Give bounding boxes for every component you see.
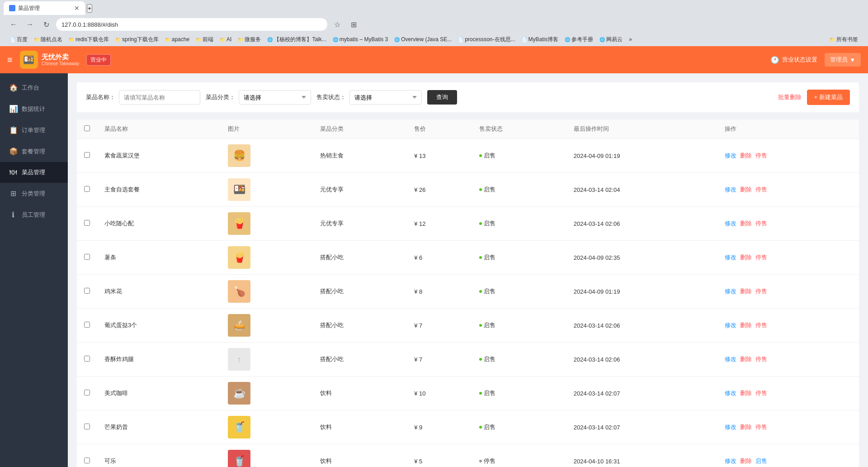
sidebar-item-staff[interactable]: ℹ 员工管理 [0, 204, 68, 225]
forward-button[interactable]: → [24, 18, 36, 31]
action-修改-button[interactable]: 修改 [725, 186, 736, 194]
action-links: 修改删除停售 [725, 219, 852, 228]
row-checkbox[interactable] [84, 220, 90, 226]
new-tab-button[interactable]: + [87, 4, 92, 13]
action-修改-button[interactable]: 修改 [725, 152, 736, 160]
sidebar-item-categories[interactable]: ⊞ 分类管理 [0, 183, 68, 204]
action-修改-button[interactable]: 修改 [725, 219, 736, 228]
row-checkbox[interactable] [84, 356, 90, 362]
bookmark-baidu[interactable]: 📄 百度 [7, 35, 30, 44]
bookmark-apache[interactable]: 📁 apache [162, 35, 192, 43]
action-停售-button[interactable]: 停售 [755, 253, 767, 262]
action-停售-button[interactable]: 停售 [755, 423, 767, 431]
dish-name-input[interactable] [119, 90, 200, 105]
bookmark-more[interactable]: » [626, 35, 635, 43]
row-status: 启售 [472, 343, 566, 376]
status-indicator [479, 256, 482, 259]
dish-category-select[interactable]: 请选择 [239, 90, 311, 105]
action-停售-button[interactable]: 停售 [755, 219, 767, 228]
bookmark-reference[interactable]: 🌐 参考手册 [562, 35, 596, 44]
action-修改-button[interactable]: 修改 [725, 457, 736, 465]
bookmark-all[interactable]: 📁 所有书签 [827, 35, 861, 44]
bookmark-random[interactable]: 📁 随机点名 [31, 35, 65, 44]
row-checkbox[interactable] [84, 390, 90, 396]
new-dish-button[interactable]: + 新建菜品 [807, 90, 850, 105]
row-checkbox[interactable] [84, 186, 90, 192]
action-修改-button[interactable]: 修改 [725, 287, 736, 295]
dish-image: 🍗 [228, 280, 250, 303]
row-checkbox[interactable] [84, 322, 90, 328]
action-修改-button[interactable]: 修改 [725, 321, 736, 329]
status-dot: 启售 [479, 423, 495, 431]
row-checkbox[interactable] [84, 254, 90, 260]
refresh-button[interactable]: ↻ [40, 18, 52, 31]
sidebar-item-combos[interactable]: 📦 套餐管理 [0, 141, 68, 162]
row-checkbox[interactable] [84, 457, 90, 463]
bookmark-processson[interactable]: 📄 processson-在线思... [455, 35, 518, 44]
batch-delete-button[interactable]: 批量删除 [778, 93, 802, 101]
action-删除-button[interactable]: 删除 [740, 287, 752, 295]
business-status-button[interactable]: 🕐 营业状态设置 [770, 56, 817, 64]
row-last-op-time: 2024-04-09 01:19 [566, 139, 717, 173]
bookmark-ai[interactable]: 📁 AI [217, 35, 234, 43]
bookmark-button[interactable]: ☆ [331, 18, 344, 31]
action-删除-button[interactable]: 删除 [740, 457, 752, 465]
action-删除-button[interactable]: 删除 [740, 423, 752, 431]
action-删除-button[interactable]: 删除 [740, 355, 752, 363]
action-停售-button[interactable]: 停售 [755, 355, 767, 363]
row-last-op-time: 2024-04-10 16:31 [566, 444, 717, 467]
row-checkbox[interactable] [84, 152, 90, 158]
row-checkbox-cell [77, 173, 97, 207]
action-删除-button[interactable]: 删除 [740, 152, 752, 160]
bookmark-frontend[interactable]: 📁 前端 [193, 35, 216, 44]
bookmark-mybatis[interactable]: 🌐 mybatis – MyBatis 3 [330, 35, 391, 43]
action-修改-button[interactable]: 修改 [725, 389, 736, 397]
action-启售-button[interactable]: 启售 [755, 457, 767, 465]
action-删除-button[interactable]: 删除 [740, 186, 752, 194]
bookmark-redis[interactable]: 📁 redis下载仓库 [66, 35, 112, 44]
action-停售-button[interactable]: 停售 [755, 321, 767, 329]
row-last-op-time: 2024-03-14 02:07 [566, 410, 717, 444]
action-修改-button[interactable]: 修改 [725, 355, 736, 363]
sidebar-item-statistics[interactable]: 📊 数据统计 [0, 98, 68, 119]
select-all-checkbox[interactable] [84, 125, 90, 131]
row-checkbox[interactable] [84, 288, 90, 294]
action-删除-button[interactable]: 删除 [740, 389, 752, 397]
action-修改-button[interactable]: 修改 [725, 423, 736, 431]
bookmark-yangxiao[interactable]: 🌐 【杨校的博客】Talk... [264, 35, 329, 44]
bookmark-mybatis-blog[interactable]: 📄 MyBatis博客 [519, 35, 561, 44]
sale-status-select[interactable]: 请选择 [349, 90, 422, 105]
browser-tab[interactable]: 菜品管理 ✕ [4, 1, 85, 15]
bookmark-java[interactable]: 🌐 Overview (Java SE... [392, 35, 454, 43]
table-row: 香酥炸鸡腿↑搭配小吃¥ 7启售2024-03-14 02:06修改删除停售 [77, 343, 859, 376]
status-indicator [479, 392, 482, 395]
action-停售-button[interactable]: 停售 [755, 287, 767, 295]
query-button[interactable]: 查询 [427, 90, 457, 105]
action-停售-button[interactable]: 停售 [755, 186, 767, 194]
bookmark-microservice[interactable]: 📁 微服务 [235, 35, 264, 44]
action-修改-button[interactable]: 修改 [725, 253, 736, 262]
row-status: 启售 [472, 376, 566, 410]
url-input[interactable] [56, 18, 327, 31]
sidebar-item-orders[interactable]: 📋 订单管理 [0, 119, 68, 141]
admin-dropdown-button[interactable]: 管理员 ▼ [825, 53, 861, 67]
tab-close-btn[interactable]: ✕ [74, 5, 80, 12]
menu-toggle-button[interactable]: ≡ [7, 55, 13, 65]
sidebar-item-dishes[interactable]: 🍽 菜品管理 [0, 162, 68, 183]
row-checkbox[interactable] [84, 424, 90, 429]
bookmark-netease[interactable]: 🌐 网易云 [597, 35, 625, 44]
action-links: 修改删除停售 [725, 186, 852, 194]
row-category: 搭配小吃 [313, 241, 407, 275]
row-status: 启售 [472, 275, 566, 309]
extension-button[interactable]: ⊞ [347, 18, 360, 31]
action-删除-button[interactable]: 删除 [740, 253, 752, 262]
back-button[interactable]: ← [7, 18, 20, 31]
row-actions: 修改删除启售 [717, 444, 859, 467]
action-删除-button[interactable]: 删除 [740, 321, 752, 329]
action-links: 修改删除停售 [725, 253, 852, 262]
bookmark-spring[interactable]: 📁 spring下载仓库 [113, 35, 161, 44]
action-停售-button[interactable]: 停售 [755, 389, 767, 397]
action-删除-button[interactable]: 删除 [740, 219, 752, 228]
sidebar-item-workbench[interactable]: 🏠 工作台 [0, 77, 68, 98]
action-停售-button[interactable]: 停售 [755, 152, 767, 160]
